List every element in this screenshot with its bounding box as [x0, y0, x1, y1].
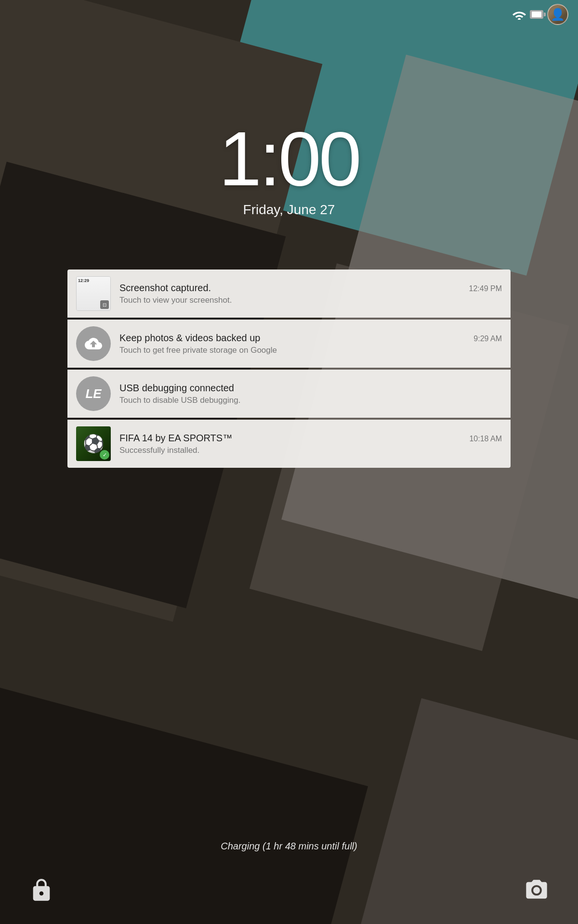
clock-container: 1:00 Friday, June 27: [0, 120, 578, 218]
camera-button[interactable]: [524, 878, 549, 903]
clock-time: 1:00: [0, 120, 578, 197]
notification-fifa[interactable]: ⚽ ✓ FIFA 14 by EA SPORTS™ 10:18 AM Succe…: [67, 420, 511, 468]
notification-title: FIFA 14 by EA SPORTS™: [119, 433, 232, 444]
notifications-container: 12:29 ⊡ Screenshot captured. 12:49 PM To…: [67, 270, 511, 470]
notification-body: Touch to get free private storage on Goo…: [119, 346, 502, 355]
svg-point-0: [518, 18, 521, 20]
notification-content: Screenshot captured. 12:49 PM Touch to v…: [119, 282, 502, 305]
notification-body: Successfully installed.: [119, 446, 502, 455]
bottom-bar: [0, 857, 578, 924]
screenshot-thumbnail: 12:29 ⊡: [76, 276, 111, 311]
avatar[interactable]: 👤: [547, 4, 568, 25]
charging-text: Charging (1 hr 48 mins until full): [0, 841, 578, 852]
upload-icon-circle: [76, 326, 111, 361]
notification-time: 12:49 PM: [469, 284, 502, 293]
notification-content: Keep photos & videos backed up 9:29 AM T…: [119, 333, 502, 355]
screenshot-corner-icon: ⊡: [100, 300, 109, 309]
notification-photos[interactable]: Keep photos & videos backed up 9:29 AM T…: [67, 320, 511, 368]
lock-button[interactable]: [29, 878, 54, 903]
notification-title: USB debugging connected: [119, 383, 234, 394]
lock-icon: [29, 878, 54, 903]
notification-content: USB debugging connected Touch to disable…: [119, 383, 502, 405]
notification-title: Screenshot captured.: [119, 282, 211, 294]
status-bar: 👤: [0, 0, 578, 29]
camera-icon: [524, 878, 549, 903]
notification-body: Touch to view your screenshot.: [119, 295, 502, 305]
fifa-app-icon: ⚽ ✓: [76, 426, 111, 461]
usb-debug-icon-circle: LE: [76, 376, 111, 411]
notification-body: Touch to disable USB debugging.: [119, 396, 502, 405]
wifi-icon: [512, 9, 526, 20]
notification-title: Keep photos & videos backed up: [119, 333, 260, 344]
notification-time: 10:18 AM: [469, 435, 502, 443]
notification-screenshot[interactable]: 12:29 ⊡ Screenshot captured. 12:49 PM To…: [67, 270, 511, 318]
clock-date: Friday, June 27: [0, 202, 578, 218]
notification-content: FIFA 14 by EA SPORTS™ 10:18 AM Successfu…: [119, 433, 502, 455]
status-icons: 👤: [512, 4, 568, 25]
notification-usb[interactable]: LE USB debugging connected Touch to disa…: [67, 370, 511, 418]
fifa-checkmark-icon: ✓: [100, 450, 109, 460]
battery-icon: [530, 10, 543, 19]
notification-time: 9:29 AM: [473, 334, 502, 343]
